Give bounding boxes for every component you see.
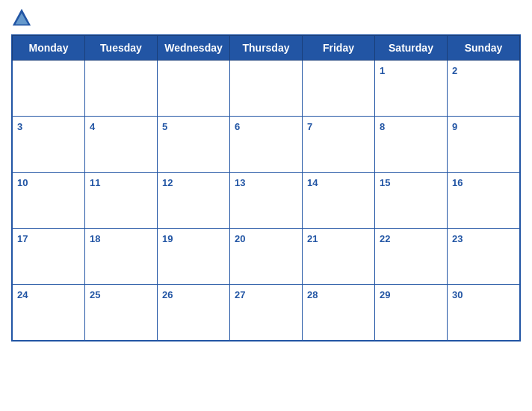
- calendar-cell: 28: [303, 285, 375, 341]
- day-header-thursday: Thursday: [230, 36, 303, 61]
- calendar-cell: 3: [13, 117, 85, 173]
- calendar-cell: 9: [448, 117, 520, 173]
- week-row-3: 10111213141516: [13, 173, 520, 229]
- calendar-cell: 25: [85, 285, 158, 341]
- calendar-cell: 1: [375, 61, 448, 117]
- logo: [11, 7, 35, 28]
- calendar-header: [11, 7, 521, 28]
- days-header-row: MondayTuesdayWednesdayThursdayFridaySatu…: [13, 36, 520, 61]
- calendar-cell: 11: [85, 173, 158, 229]
- date-number: 23: [452, 233, 463, 244]
- date-number: 19: [162, 233, 173, 244]
- date-number: 12: [162, 177, 173, 188]
- week-row-2: 3456789: [13, 117, 520, 173]
- calendar-cell: 16: [448, 173, 520, 229]
- date-number: 10: [17, 177, 28, 188]
- calendar-cell: 19: [158, 229, 230, 285]
- calendar-cell: 24: [13, 285, 85, 341]
- date-number: 28: [307, 289, 318, 300]
- calendar-cell: 23: [448, 229, 520, 285]
- calendar: MondayTuesdayWednesdayThursdayFridaySatu…: [11, 34, 521, 342]
- date-number: 20: [235, 233, 245, 244]
- date-number: 25: [90, 289, 100, 300]
- date-number: 27: [235, 289, 245, 300]
- calendar-cell: 21: [303, 229, 375, 285]
- calendar-cell: 10: [13, 173, 85, 229]
- calendar-cell: [158, 61, 230, 117]
- calendar-cell: 5: [158, 117, 230, 173]
- calendar-cell: 15: [375, 173, 448, 229]
- calendar-cell: 30: [448, 285, 520, 341]
- date-number: 21: [307, 233, 318, 244]
- calendar-cell: 26: [158, 285, 230, 341]
- logo-icon: [11, 7, 32, 28]
- date-number: 22: [380, 233, 390, 244]
- day-header-tuesday: Tuesday: [85, 36, 158, 61]
- calendar-cell: 27: [230, 285, 303, 341]
- calendar-cell: 7: [303, 117, 375, 173]
- date-number: 18: [90, 233, 100, 244]
- calendar-cell: 2: [448, 61, 520, 117]
- week-row-5: 24252627282930: [13, 285, 520, 341]
- date-number: 1: [380, 65, 385, 76]
- calendar-cell: [13, 61, 85, 117]
- calendar-cell: 22: [375, 229, 448, 285]
- date-number: 6: [235, 121, 240, 132]
- calendar-cell: 17: [13, 229, 85, 285]
- week-row-4: 17181920212223: [13, 229, 520, 285]
- date-number: 14: [307, 177, 318, 188]
- calendar-cell: [230, 61, 303, 117]
- date-number: 13: [235, 177, 245, 188]
- day-header-monday: Monday: [13, 36, 85, 61]
- day-header-wednesday: Wednesday: [158, 36, 230, 61]
- date-number: 24: [17, 289, 28, 300]
- date-number: 8: [380, 121, 385, 132]
- calendar-cell: 8: [375, 117, 448, 173]
- calendar-body: 1234567891011121314151617181920212223242…: [13, 61, 520, 341]
- calendar-cell: 13: [230, 173, 303, 229]
- date-number: 11: [90, 177, 100, 188]
- date-number: 30: [452, 289, 463, 300]
- day-header-friday: Friday: [303, 36, 375, 61]
- date-number: 15: [380, 177, 390, 188]
- date-number: 17: [17, 233, 28, 244]
- week-row-1: 12: [13, 61, 520, 117]
- date-number: 7: [307, 121, 312, 132]
- calendar-cell: [303, 61, 375, 117]
- calendar-cell: 29: [375, 285, 448, 341]
- date-number: 4: [90, 121, 95, 132]
- calendar-cell: [85, 61, 158, 117]
- calendar-cell: 4: [85, 117, 158, 173]
- date-number: 3: [17, 121, 22, 132]
- calendar-cell: 18: [85, 229, 158, 285]
- calendar-cell: 20: [230, 229, 303, 285]
- date-number: 5: [162, 121, 167, 132]
- calendar-cell: 14: [303, 173, 375, 229]
- date-number: 2: [452, 65, 457, 76]
- day-header-sunday: Sunday: [448, 36, 520, 61]
- calendar-cell: 12: [158, 173, 230, 229]
- date-number: 16: [452, 177, 463, 188]
- date-number: 9: [452, 121, 457, 132]
- calendar-cell: 6: [230, 117, 303, 173]
- day-header-saturday: Saturday: [375, 36, 448, 61]
- date-number: 29: [380, 289, 390, 300]
- date-number: 26: [162, 289, 173, 300]
